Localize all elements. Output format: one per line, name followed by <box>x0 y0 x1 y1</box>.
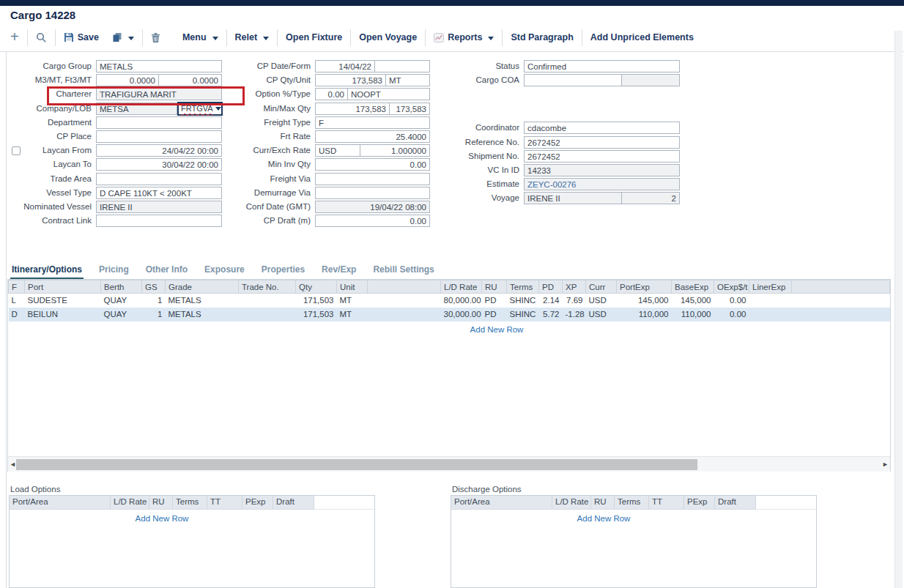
cp-form-field[interactable] <box>374 60 430 72</box>
add-new-row-link[interactable]: Add New Row <box>10 514 314 523</box>
column-header[interactable]: TT <box>207 496 242 510</box>
option-type-field[interactable]: NOOPT <box>347 88 430 100</box>
cp-qty-field[interactable]: 173,583 <box>315 74 386 86</box>
column-header[interactable]: Berth <box>101 280 142 294</box>
cell-portexp[interactable]: 110,000 <box>617 308 672 321</box>
cell-trade-no[interactable] <box>239 294 296 308</box>
column-header[interactable]: Terms <box>507 280 539 294</box>
column-header[interactable]: Port/Area <box>10 496 111 510</box>
m3mt-field[interactable]: 0.0000 <box>96 74 159 86</box>
cell-qty[interactable]: 171,503 <box>296 294 337 308</box>
copy-button[interactable] <box>111 32 136 42</box>
column-header[interactable]: Draft <box>273 496 314 510</box>
column-header[interactable]: Grade <box>166 280 239 294</box>
add-new-row-link[interactable]: Add New Row <box>8 325 890 334</box>
nominated-vessel-field[interactable]: IRENE II <box>96 201 222 213</box>
column-header[interactable]: Port <box>25 280 101 294</box>
vertical-scrollbar[interactable] <box>894 31 903 588</box>
cargo-coa-field[interactable] <box>524 74 622 86</box>
tab-properties[interactable]: Properties <box>260 262 306 280</box>
column-header[interactable]: OExp$/t <box>714 280 749 294</box>
cell-ld-rate[interactable]: 30,000.00 <box>441 308 482 321</box>
column-header[interactable]: PD <box>539 280 563 294</box>
cell-gs[interactable]: 1 <box>142 294 166 308</box>
vc-in-id-field[interactable]: 14233 <box>524 164 680 176</box>
freight-type-field[interactable]: F <box>315 116 430 129</box>
menu-button[interactable]: Menu <box>181 32 220 42</box>
cell-grade[interactable]: METALS <box>166 294 239 308</box>
table-row[interactable]: L SUDESTE QUAY 1 METALS 171,503 MT 80,00… <box>9 294 890 308</box>
cargo-group-field[interactable]: METALS <box>96 60 222 72</box>
cell-oexp[interactable]: 0.00 <box>714 308 749 321</box>
min-inv-qty-field[interactable]: 0.00 <box>315 158 430 171</box>
option-pct-field[interactable]: 0.00 <box>315 88 348 100</box>
column-header[interactable]: L/D Rate <box>441 280 482 294</box>
cell-unit[interactable]: MT <box>337 294 368 308</box>
ft3mt-field[interactable]: 0.0000 <box>158 74 222 86</box>
cell-f[interactable]: L <box>9 294 25 308</box>
coordinator-field[interactable]: cdacombe <box>524 122 680 134</box>
cell-trade-no[interactable] <box>239 308 296 321</box>
trade-area-field[interactable] <box>96 173 222 185</box>
cell-curr[interactable]: USD <box>586 294 617 308</box>
tab-itinerary-options[interactable]: Itinerary/Options <box>10 262 84 280</box>
cell-oexp[interactable]: 0.00 <box>714 294 749 308</box>
column-header[interactable]: TT <box>649 496 684 510</box>
cp-date-field[interactable]: 14/04/22 <box>315 60 375 72</box>
cp-draft-field[interactable]: 0.00 <box>315 215 430 227</box>
cell-grade[interactable]: METALS <box>166 308 239 321</box>
reference-no-field[interactable]: 2672452 <box>524 136 680 149</box>
cargo-coa-secondary-field[interactable] <box>621 74 680 86</box>
column-header[interactable]: GS <box>142 280 166 294</box>
column-header[interactable]: F <box>9 280 25 294</box>
add-new-row-link[interactable]: Add New Row <box>451 514 756 523</box>
cell-terms[interactable]: SHINC <box>507 294 539 308</box>
cell-portexp[interactable]: 145,000 <box>617 294 672 308</box>
column-header[interactable]: BaseExp <box>672 280 714 294</box>
cell-qty[interactable]: 171,503 <box>296 308 337 321</box>
tab-rebill-settings[interactable]: Rebill Settings <box>371 262 435 280</box>
frt-rate-field[interactable]: 25.4000 <box>315 130 430 143</box>
laycan-checkbox[interactable] <box>12 146 21 155</box>
voyage-vessel-field[interactable]: IRENE II <box>524 192 622 204</box>
scrollbar-thumb[interactable] <box>16 459 697 470</box>
add-unpriced-elements-button[interactable]: Add Unpriced Elements <box>589 32 695 42</box>
contract-link-field[interactable] <box>96 215 222 227</box>
column-header[interactable]: RU <box>149 496 173 510</box>
cell-berth[interactable]: QUAY <box>101 308 142 321</box>
cp-place-field[interactable] <box>96 130 222 143</box>
tab-rev-exp[interactable]: Rev/Exp <box>320 262 357 280</box>
cp-unit-field[interactable]: MT <box>385 74 430 86</box>
column-header[interactable]: Terms <box>173 496 207 510</box>
vessel-type-field[interactable]: D CAPE 110KT < 200KT <box>96 187 222 199</box>
cell-baseexp[interactable]: 145,000 <box>672 294 714 308</box>
demurrage-via-field[interactable] <box>315 187 430 199</box>
cell-linerexp[interactable] <box>749 308 792 321</box>
cell-ru[interactable]: PD <box>482 308 507 321</box>
status-field[interactable]: Confirmed <box>524 60 680 72</box>
cell-ru[interactable]: PD <box>482 294 507 308</box>
column-header[interactable]: Port/Area <box>451 496 552 510</box>
estimate-link-field[interactable]: ZEYC-00276 <box>524 178 680 190</box>
column-header[interactable]: Draft <box>715 496 756 510</box>
relet-button[interactable]: Relet <box>234 32 271 42</box>
column-header[interactable]: Terms <box>615 496 649 510</box>
laycan-to-field[interactable]: 30/04/22 00:00 <box>96 158 222 171</box>
cell-linerexp[interactable] <box>749 294 792 308</box>
cell-xp[interactable]: 7.69 <box>563 294 586 308</box>
company-field[interactable]: METSA <box>96 103 177 115</box>
column-header[interactable]: LinerExp <box>749 280 792 294</box>
conf-date-field[interactable]: 19/04/22 08:00 <box>315 201 430 213</box>
delete-button[interactable] <box>149 32 162 42</box>
max-qty-field[interactable]: 173,583 <box>389 103 430 115</box>
column-header[interactable]: L/D Rate <box>111 496 149 510</box>
column-header[interactable]: PortExp <box>617 280 672 294</box>
column-header[interactable]: PExp <box>242 496 273 510</box>
tab-exposure[interactable]: Exposure <box>203 262 246 280</box>
tab-other-info[interactable]: Other Info <box>144 262 189 280</box>
cell-terms[interactable]: SHINC <box>507 308 539 321</box>
cell-pd[interactable]: 5.72 <box>539 308 563 321</box>
column-header[interactable]: L/D Rate <box>552 496 591 510</box>
horizontal-scrollbar[interactable]: ◄ ► <box>8 456 890 472</box>
table-row[interactable]: D BEILUN QUAY 1 METALS 171,503 MT 30,000… <box>9 308 890 321</box>
